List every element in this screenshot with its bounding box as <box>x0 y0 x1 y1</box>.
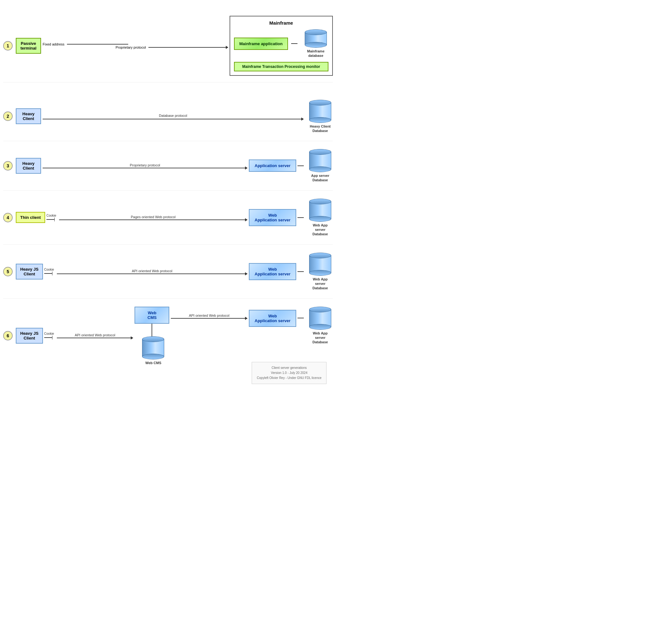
row6-line2-label: API oriented Web protocol <box>189 314 229 317</box>
row2-line-label: Database protocol <box>159 113 187 118</box>
row4-db: Web App server Database <box>308 199 333 236</box>
row1-line2-label: Proprietary protocol <box>115 46 146 49</box>
row5-badge: 5 <box>3 267 13 276</box>
mainframe-db: Mainframe database <box>303 29 328 58</box>
row2-db: Heavy Client Database <box>308 100 333 133</box>
row6-cms: Web CMS <box>135 307 169 324</box>
mainframe-title: Mainframe <box>234 20 328 26</box>
row6-db: Web App server Database <box>308 307 333 344</box>
footer-line3: Copyleft Olivier Rey - Under GNU FDL lic… <box>257 376 321 380</box>
row6-line1-label: API oriented Web protocol <box>75 333 115 337</box>
row2-client: Heavy Client <box>16 108 41 124</box>
footer-line1: Client server generations <box>257 365 321 371</box>
row4-client: Thin client <box>16 212 45 223</box>
row6-server: Web Application server <box>249 310 296 327</box>
row4-server: Web Application server <box>249 209 296 226</box>
row5-line-label: API oriented Web protocol <box>132 269 172 273</box>
row5-section: 5 Heavy JS Client Cookie API oriented We… <box>3 245 333 299</box>
diagram: 1 Passive terminal Fixed address Proprie… <box>0 0 336 397</box>
row3-client: Heavy Client <box>16 158 41 174</box>
row6-cookie-label: Cookie <box>44 332 54 336</box>
row3-server: Application server <box>249 159 296 172</box>
row5-client: Heavy JS Client <box>16 264 43 279</box>
row1-badge: 1 <box>3 41 13 50</box>
row4-cookie-label: Cookie <box>46 214 56 217</box>
row4-section: 4 Thin client Cookie Pages oriented Web … <box>3 191 333 245</box>
row6-client: Heavy JS Client <box>16 328 43 343</box>
row4-badge: 4 <box>3 213 13 222</box>
row5-cookie-label: Cookie <box>44 268 54 271</box>
mainframe-tpm: Mainframe Transaction Processing monitor <box>234 62 328 71</box>
footer-line2: Version 1.0 - July 20 2024 <box>257 371 321 376</box>
footer-box: Client server generations Version 1.0 - … <box>252 362 327 384</box>
mainframe-box: Mainframe Mainframe application Mainfram… <box>230 16 333 76</box>
row6-badge: 6 <box>3 331 13 340</box>
row3-db: App server Database <box>308 149 333 183</box>
row1-client: Passive terminal <box>16 38 41 54</box>
mainframe-app: Mainframe application <box>234 38 288 50</box>
row3-line-label: Proprietary protocol <box>130 163 160 167</box>
row6-section: 6 Heavy JS Client Cookie API oriented We… <box>3 299 333 390</box>
row5-db: Web App server Database <box>308 253 333 291</box>
row2-badge: 2 <box>3 111 13 121</box>
row3-badge: 3 <box>3 161 13 171</box>
row3-section: 3 Heavy Client Proprietary protocol Appl… <box>3 141 333 191</box>
row5-server: Web Application server <box>249 263 296 280</box>
row4-line-label: Pages oriented Web protocol <box>131 215 175 219</box>
row2-section: 2 Heavy Client Database protocol Heavy C… <box>3 92 333 142</box>
row6-cms-db: Web CMS <box>142 336 164 365</box>
